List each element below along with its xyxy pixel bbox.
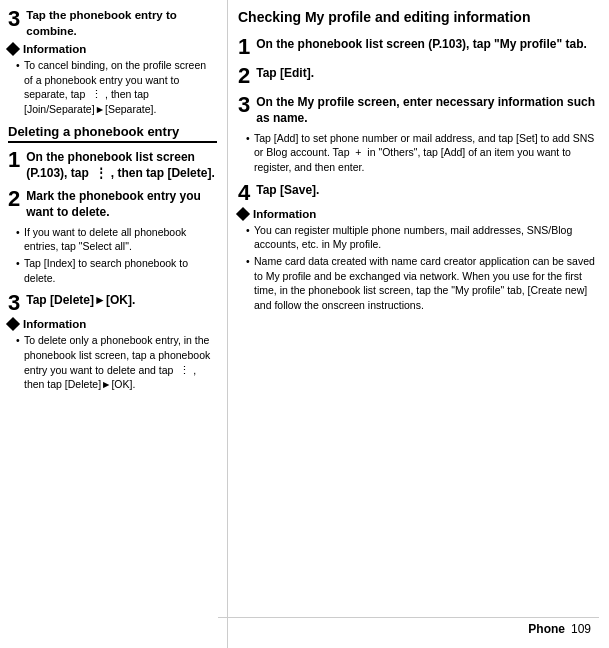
list-item: To delete only a phonebook entry, in the… (16, 333, 217, 392)
right-step-2-block: 2 Tap [Edit]. (238, 65, 599, 87)
right-step-2-title: Tap [Edit]. (256, 65, 314, 81)
list-item: Tap [Index] to search phonebook to delet… (16, 256, 217, 285)
right-col-inner: Checking My profile and editing informat… (238, 8, 599, 640)
step-3-delete-info-title: Information (23, 318, 86, 330)
step-1-delete-header: 1 On the phonebook list screen (P.103), … (8, 149, 217, 181)
step-3-delete-info-header: Information (8, 318, 217, 330)
step-2-delete-number: 2 (8, 188, 20, 210)
step-2-delete-header: 2 Mark the phonebook entry you want to d… (8, 188, 217, 220)
right-step-1-header: 1 On the phonebook list screen (P.103), … (238, 36, 599, 58)
footer-label: Phone (528, 622, 565, 636)
right-step-4-block: 4 Tap [Save]. Information You can regist… (238, 182, 599, 313)
right-step-3-list: Tap [Add] to set phone number or mail ad… (238, 131, 599, 175)
list-item: If you want to delete all phonebook entr… (16, 225, 217, 254)
step-3-combine-info-list: To cancel binding, on the profile screen… (8, 58, 217, 117)
right-step-4-list: You can register multiple phone numbers,… (238, 223, 599, 313)
right-column: Checking My profile and editing informat… (228, 0, 609, 648)
step-3-combine-number: 3 (8, 8, 20, 30)
deleting-section-title: Deleting a phonebook entry (8, 124, 217, 143)
checking-section-title: Checking My profile and editing informat… (238, 8, 599, 28)
right-step-4-number: 4 (238, 182, 250, 204)
step-3-combine-block: 3 Tap the phonebook entry to combine. In… (8, 8, 217, 117)
right-step-2-header: 2 Tap [Edit]. (238, 65, 599, 87)
step-1-delete-title: On the phonebook list screen (P.103), ta… (26, 149, 217, 181)
step-3-combine-title: Tap the phonebook entry to combine. (26, 8, 217, 39)
step-3-delete-header: 3 Tap [Delete]►[OK]. (8, 292, 217, 314)
right-step-1-title: On the phonebook list screen (P.103), ta… (256, 36, 587, 52)
diamond-icon-1 (6, 42, 20, 56)
step-3-combine-info-title: Information (23, 43, 86, 55)
footer-bar: Phone 109 (218, 617, 599, 640)
list-item: Name card data created with name card cr… (246, 254, 599, 313)
right-step-3-title: On the My profile screen, enter necessar… (256, 94, 599, 126)
step-3-combine-info-header: Information (8, 43, 217, 55)
list-item: To cancel binding, on the profile screen… (16, 58, 217, 117)
step-2-delete-list: If you want to delete all phonebook entr… (8, 225, 217, 286)
step-3-combine-header: 3 Tap the phonebook entry to combine. (8, 8, 217, 39)
right-step-4-info-title: Information (253, 208, 316, 220)
left-column: 3 Tap the phonebook entry to combine. In… (0, 0, 228, 648)
step-3-delete-block: 3 Tap [Delete]►[OK]. Information To dele… (8, 292, 217, 392)
right-step-3-number: 3 (238, 94, 250, 116)
diamond-icon-3 (236, 207, 250, 221)
step-2-delete-title: Mark the phonebook entry you want to del… (26, 188, 217, 220)
diamond-icon-2 (6, 317, 20, 331)
step-3-delete-info-list: To delete only a phonebook entry, in the… (8, 333, 217, 392)
step-3-delete-number: 3 (8, 292, 20, 314)
right-step-4-header: 4 Tap [Save]. (238, 182, 599, 204)
step-3-delete-title: Tap [Delete]►[OK]. (26, 292, 135, 308)
list-item: You can register multiple phone numbers,… (246, 223, 599, 252)
step-1-delete-block: 1 On the phonebook list screen (P.103), … (8, 149, 217, 181)
right-step-1-number: 1 (238, 36, 250, 58)
step-2-delete-block: 2 Mark the phonebook entry you want to d… (8, 188, 217, 285)
right-step-4-title: Tap [Save]. (256, 182, 319, 198)
right-step-3-block: 3 On the My profile screen, enter necess… (238, 94, 599, 174)
footer-page: 109 (571, 622, 591, 636)
step-1-delete-number: 1 (8, 149, 20, 171)
right-step-3-header: 3 On the My profile screen, enter necess… (238, 94, 599, 126)
right-step-1-block: 1 On the phonebook list screen (P.103), … (238, 36, 599, 58)
list-item: Tap [Add] to set phone number or mail ad… (246, 131, 599, 175)
right-step-2-number: 2 (238, 65, 250, 87)
right-step-4-info-header: Information (238, 208, 599, 220)
